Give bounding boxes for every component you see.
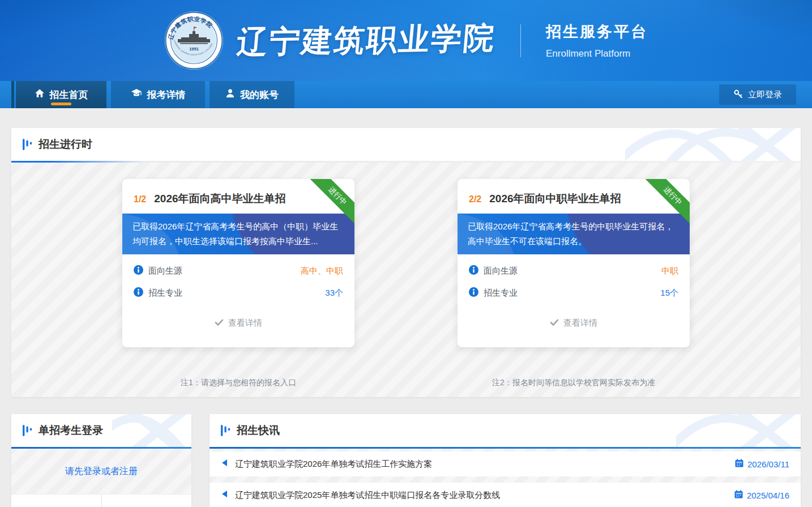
calendar-icon bbox=[734, 490, 743, 500]
news-item-title: 辽宁建筑职业学院2026年单独考试招生工作实施方案 bbox=[235, 459, 735, 470]
majors-count[interactable]: 33个 bbox=[325, 288, 343, 299]
active-tab-indicator bbox=[51, 103, 71, 105]
enroll-card-highschool[interactable]: 进行中 1/2 2026年面向高中毕业生单招 已取得2026年辽宁省高考考生号的… bbox=[122, 179, 354, 347]
view-details-label: 查看详情 bbox=[228, 318, 262, 329]
watermark-decoration bbox=[676, 414, 801, 447]
news-item-title: 辽宁建筑职业学院2025年单独考试招生中职端口报名各专业录取分数线 bbox=[235, 490, 734, 501]
card-description: 已取得2026年辽宁省高考考生号的高中（中职）毕业生均可报名，中职生选择该端口报… bbox=[122, 214, 354, 254]
source-value: 高中、中职 bbox=[301, 266, 343, 276]
triangle-left-icon bbox=[221, 490, 228, 500]
card-description: 已取得2026年辽宁省高考考生号的中职毕业生可报名，高中毕业生不可在该端口报名。 bbox=[458, 214, 690, 254]
row-label-text: 面向生源 bbox=[148, 266, 182, 276]
tab-label: 报考详情 bbox=[147, 88, 186, 101]
login-button[interactable]: 立即登录 bbox=[719, 84, 796, 105]
calendar-icon bbox=[735, 459, 743, 469]
watermark-decoration bbox=[625, 128, 801, 161]
info-icon bbox=[469, 287, 478, 299]
key-icon bbox=[733, 89, 743, 100]
news-item[interactable]: 辽宁建筑职业学院2026年单独考试招生工作实施方案 2026/03/11 bbox=[210, 451, 801, 476]
watermark-decoration bbox=[112, 414, 191, 447]
login-register-link[interactable]: 请先登录或者注册 bbox=[65, 466, 138, 478]
tab-application-details[interactable]: 报考详情 bbox=[111, 81, 205, 108]
news-item-date: 2026/03/11 bbox=[747, 459, 789, 469]
majors-count[interactable]: 15个 bbox=[660, 288, 678, 299]
news-item[interactable]: 辽宁建筑职业学院2025年单独考试招生中职端口报名各专业录取分数线 2025/0… bbox=[210, 483, 801, 507]
news-item-date: 2025/04/16 bbox=[747, 491, 789, 500]
section-bars-icon bbox=[23, 425, 32, 436]
section-bars-icon bbox=[221, 425, 230, 436]
grad-cap-icon bbox=[131, 88, 142, 101]
note-1: 注1：请选择与您相符的报名入口 bbox=[122, 378, 354, 388]
section-title: 招生进行时 bbox=[39, 137, 92, 152]
view-details-link[interactable]: 查看详情 bbox=[458, 318, 690, 329]
view-details-link[interactable]: 查看详情 bbox=[122, 318, 354, 329]
header-divider bbox=[520, 24, 521, 57]
card-index: 1/2 bbox=[134, 194, 146, 204]
home-icon bbox=[35, 88, 45, 101]
ongoing-enrollment-section: 招生进行时 进行中 1/2 2026年面向高中毕业生单招 bbox=[11, 128, 801, 397]
enroll-card-vocational[interactable]: 进行中 2/2 2026年面向中职毕业生单招 已取得2026年辽宁省高考考生号的… bbox=[458, 179, 690, 347]
row-label-text: 招生专业 bbox=[148, 288, 182, 299]
candidate-login-panel: 单招考生登录 请先登录或者注册 bbox=[11, 414, 191, 507]
nav-left-sliver bbox=[11, 81, 14, 108]
tab-label: 招生首页 bbox=[50, 88, 88, 101]
check-icon bbox=[550, 318, 559, 328]
check-icon bbox=[215, 318, 224, 328]
card-index: 2/2 bbox=[469, 194, 481, 204]
school-name: 辽宁建筑职业学院 bbox=[235, 18, 497, 63]
main-nav: 招生首页 报考详情 我的账号 立即登 bbox=[0, 81, 812, 108]
tab-enroll-home[interactable]: 招生首页 bbox=[16, 81, 106, 108]
section-bars-icon bbox=[23, 139, 32, 150]
news-panel: 招生快讯 辽宁建筑职业学院2026年单独考试招生工作实施方案 bbox=[210, 414, 801, 507]
row-label-text: 招生专业 bbox=[484, 288, 518, 299]
section-title: 招生快讯 bbox=[237, 423, 280, 438]
login-cell-right[interactable] bbox=[102, 495, 192, 507]
card-title: 2026年面向中职毕业生单招 bbox=[489, 191, 621, 206]
note-2: 注2：报名时间等信息以学校官网实际发布为准 bbox=[458, 378, 690, 388]
logo-year: 1951 bbox=[189, 46, 199, 52]
tab-label: 我的账号 bbox=[240, 88, 279, 101]
school-logo: 1951 辽宁建筑职业学院 LIAONING JIANZHU VOCATIONA… bbox=[164, 11, 224, 70]
tab-my-account[interactable]: 我的账号 bbox=[210, 81, 294, 108]
platform-subtitle: Enrollment Platform bbox=[546, 48, 648, 59]
user-icon bbox=[225, 88, 235, 101]
section-title: 单招考生登录 bbox=[39, 423, 103, 438]
info-icon bbox=[469, 265, 478, 276]
site-header: 1951 辽宁建筑职业学院 LIAONING JIANZHU VOCATIONA… bbox=[0, 0, 812, 81]
platform-title: 招生服务平台 bbox=[546, 22, 648, 42]
view-details-label: 查看详情 bbox=[563, 318, 597, 329]
login-cell-left[interactable] bbox=[11, 495, 102, 507]
source-value: 中职 bbox=[661, 266, 678, 276]
info-icon bbox=[134, 265, 143, 276]
card-title: 2026年面向高中毕业生单招 bbox=[154, 191, 285, 206]
info-icon bbox=[134, 287, 143, 299]
row-label-text: 面向生源 bbox=[484, 266, 518, 276]
triangle-left-icon bbox=[221, 459, 228, 469]
login-button-label: 立即登录 bbox=[748, 90, 782, 100]
